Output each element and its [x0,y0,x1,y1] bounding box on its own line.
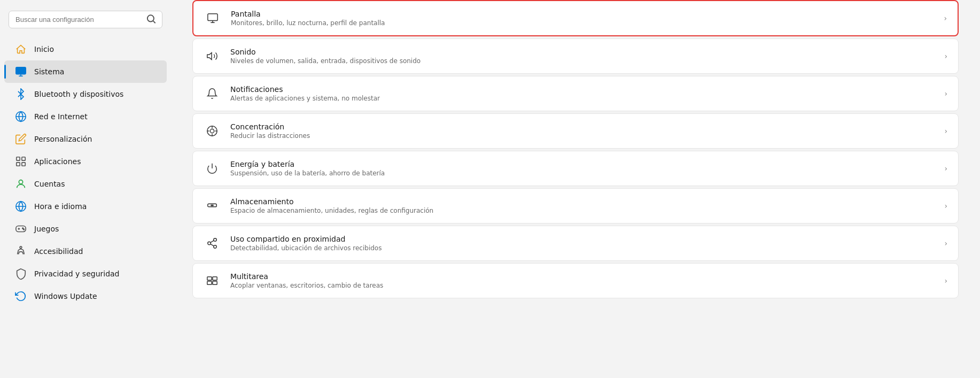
power-icon [204,160,221,177]
sidebar-item-bluetooth[interactable]: Bluetooth y dispositivos [4,83,167,105]
shield-icon [15,268,27,280]
chevron-right-icon: › [944,239,947,248]
sidebar-item-label: Red e Internet [34,112,88,121]
settings-item-desc: Reducir las distracciones [230,132,935,140]
settings-item-title: Energía y batería [230,160,935,168]
sidebar-item-accesibilidad[interactable]: Accesibilidad [4,240,167,263]
svg-point-9 [19,180,22,184]
settings-item-pantalla[interactable]: Pantalla Monitores, brillo, luz nocturna… [192,0,959,36]
globe-icon [15,200,27,212]
svg-rect-7 [17,163,20,166]
svg-rect-35 [207,277,212,280]
share-icon [204,235,221,252]
chevron-right-icon: › [944,127,947,135]
monitor-icon [204,10,221,27]
sidebar-item-label: Bluetooth y dispositivos [34,90,123,98]
bluetooth-icon [15,88,27,100]
sidebar-item-label: Privacidad y seguridad [34,269,120,278]
settings-item-desc: Acoplar ventanas, escritorios, cambio de… [230,282,935,289]
sidebar-item-aplicaciones[interactable]: Aplicaciones [4,150,167,173]
chevron-right-icon: › [944,164,947,173]
svg-point-31 [208,242,211,245]
search-input[interactable] [9,11,162,28]
svg-line-33 [211,244,214,246]
network-icon [15,111,27,122]
svg-rect-17 [208,14,217,21]
svg-point-0 [147,15,154,21]
sidebar-item-label: Personalización [34,135,92,143]
settings-item-sonido[interactable]: Sonido Niveles de volumen, salida, entra… [192,38,959,74]
svg-rect-38 [213,281,217,284]
svg-line-34 [211,241,214,243]
sidebar-item-sistema[interactable]: Sistema [4,60,167,83]
settings-item-title: Multitarea [230,272,935,281]
focus-icon [204,122,221,140]
settings-item-desc: Monitores, brillo, luz nocturna, perfil … [231,19,934,27]
settings-item-multitarea[interactable]: Multitarea Acoplar ventanas, escritorios… [192,263,959,298]
settings-list: Pantalla Monitores, brillo, luz nocturna… [192,0,959,300]
home-icon [15,43,27,55]
sound-icon [204,48,221,65]
settings-item-title: Uso compartido en proximidad [230,235,935,243]
person-icon [15,178,27,190]
chevron-right-icon: › [944,202,947,210]
sidebar-item-juegos[interactable]: Juegos [4,218,167,240]
sidebar-item-red[interactable]: Red e Internet [4,105,167,128]
settings-item-desc: Espacio de almacenamiento, unidades, reg… [230,207,935,214]
sidebar-item-personalizacion[interactable]: Personalización [4,128,167,150]
svg-rect-6 [22,157,25,160]
svg-rect-37 [207,281,212,284]
multitask-icon [204,272,221,289]
sidebar-item-label: Sistema [34,67,64,76]
search-icon [145,13,157,26]
svg-rect-29 [211,205,214,206]
svg-point-22 [210,129,214,133]
settings-item-energia[interactable]: Energía y batería Suspensión, uso de la … [192,151,959,186]
settings-item-almacenamiento[interactable]: Almacenamiento Espacio de almacenamiento… [192,188,959,223]
chevron-right-icon: › [944,14,947,22]
main-content: Pantalla Monitores, brillo, luz nocturna… [171,0,980,378]
settings-item-title: Notificaciones [230,85,935,94]
sidebar-item-label: Inicio [34,45,54,53]
svg-point-16 [20,246,22,249]
sidebar-item-label: Aplicaciones [34,157,81,166]
sidebar-item-hora[interactable]: Hora e idioma [4,195,167,218]
svg-marker-20 [207,53,212,60]
sidebar-item-privacidad[interactable]: Privacidad y seguridad [4,263,167,285]
apps-icon [15,156,27,167]
svg-point-32 [214,245,217,249]
sidebar-item-label: Accesibilidad [34,247,83,256]
svg-rect-8 [22,163,25,166]
chevron-right-icon: › [944,52,947,60]
chevron-right-icon: › [944,89,947,98]
settings-item-title: Concentración [230,122,935,131]
settings-item-title: Sonido [230,48,935,56]
settings-item-title: Pantalla [231,10,934,18]
sidebar-item-inicio[interactable]: Inicio [4,38,167,60]
bell-icon [204,85,221,102]
gamepad-icon [15,223,27,235]
sidebar-item-update[interactable]: Windows Update [4,285,167,307]
settings-item-desc: Niveles de volumen, salida, entrada, dis… [230,57,935,65]
settings-item-notificaciones[interactable]: Notificaciones Alertas de aplicaciones y… [192,76,959,111]
sidebar-item-label: Hora e idioma [34,202,87,211]
search-container [9,11,162,28]
svg-point-15 [24,229,25,230]
sidebar-item-label: Juegos [34,225,59,233]
settings-item-desc: Suspensión, uso de la batería, ahorro de… [230,169,935,177]
settings-item-desc: Alertas de aplicaciones y sistema, no mo… [230,95,935,102]
settings-item-uso-compartido[interactable]: Uso compartido en proximidad Detectabili… [192,226,959,261]
svg-point-30 [214,238,217,242]
svg-rect-5 [17,157,20,160]
monitor-icon [15,66,27,78]
storage-icon [204,197,221,214]
svg-rect-2 [16,67,26,74]
settings-item-desc: Detectabilidad, ubicación de archivos re… [230,244,935,252]
settings-item-title: Almacenamiento [230,197,935,206]
svg-rect-36 [213,277,217,280]
accessibility-icon [15,245,27,257]
settings-item-concentracion[interactable]: Concentración Reducir las distracciones … [192,113,959,149]
sidebar-item-cuentas[interactable]: Cuentas [4,173,167,195]
sidebar: Inicio Sistema Bluetooth y dispositivos … [0,0,171,378]
chevron-right-icon: › [944,276,947,285]
